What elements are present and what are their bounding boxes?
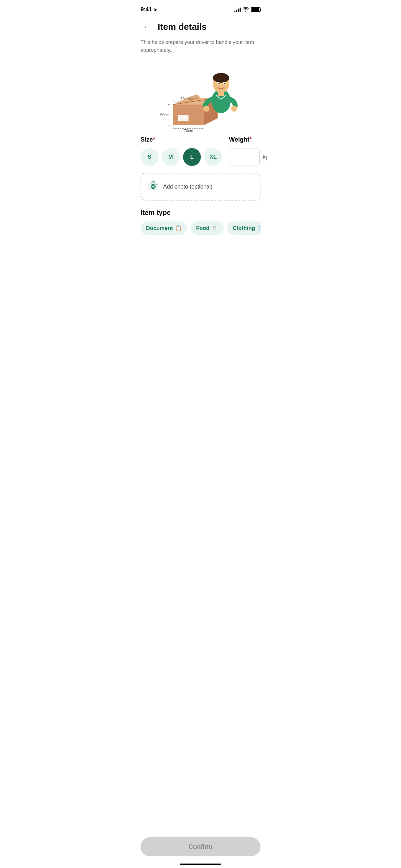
size-l-button[interactable]: L bbox=[183, 148, 201, 166]
size-options: S M L XL bbox=[141, 148, 222, 166]
photo-label: Add photo (optional) bbox=[163, 184, 212, 190]
item-type-food[interactable]: Food 🍴 bbox=[191, 221, 224, 235]
subtitle-text: This helps prepare your driver to handle… bbox=[134, 38, 267, 61]
clothing-label: Clothing bbox=[233, 225, 255, 231]
svg-point-25 bbox=[218, 83, 219, 84]
svg-rect-31 bbox=[156, 184, 157, 185]
svg-text:50cm: 50cm bbox=[160, 113, 170, 117]
wifi-icon bbox=[243, 7, 249, 13]
item-type-clothing[interactable]: Clothing 👕 bbox=[227, 221, 260, 235]
document-icon: 📋 bbox=[175, 225, 182, 231]
size-section: Size* S M L XL bbox=[141, 136, 222, 166]
camera-icon bbox=[148, 181, 158, 192]
item-type-section: Item type Document 📋 Food 🍴 Clothing 👕 E… bbox=[134, 209, 267, 243]
weight-label: Weight* bbox=[229, 136, 267, 143]
svg-text:50cm: 50cm bbox=[181, 97, 190, 101]
food-icon: 🍴 bbox=[211, 225, 218, 231]
page-title: Item details bbox=[158, 22, 207, 32]
status-time: 9:41 bbox=[141, 6, 152, 13]
back-arrow-icon: ← bbox=[143, 22, 150, 31]
item-type-scroll: Document 📋 Food 🍴 Clothing 👕 Elec ⚡ bbox=[141, 221, 260, 236]
illustration-container: 50cm 50cm 70cm bbox=[134, 61, 267, 136]
svg-rect-4 bbox=[178, 115, 189, 121]
svg-point-22 bbox=[213, 73, 229, 83]
delivery-svg: 50cm 50cm 70cm bbox=[153, 63, 248, 132]
photo-upload-button[interactable]: Add photo (optional) bbox=[141, 173, 260, 201]
size-label: Size* bbox=[141, 136, 222, 143]
status-icons bbox=[234, 7, 260, 13]
size-m-button[interactable]: M bbox=[162, 148, 180, 166]
svg-rect-27 bbox=[218, 92, 224, 96]
svg-point-26 bbox=[224, 83, 225, 84]
box-illustration: 50cm 50cm 70cm bbox=[153, 60, 248, 132]
size-xl-button[interactable]: XL bbox=[204, 148, 222, 166]
clothing-icon: 👕 bbox=[257, 225, 260, 231]
weight-input[interactable] bbox=[229, 148, 260, 166]
location-icon: ➤ bbox=[154, 7, 157, 12]
svg-point-20 bbox=[231, 106, 237, 112]
status-bar: 9:41 ➤ bbox=[134, 0, 267, 17]
size-s-button[interactable]: S bbox=[141, 148, 158, 166]
weight-unit: kg bbox=[263, 154, 267, 161]
signal-icon bbox=[234, 7, 241, 12]
food-label: Food bbox=[196, 225, 209, 231]
size-weight-row: Size* S M L XL Weight* kg bbox=[134, 136, 267, 173]
svg-text:70cm: 70cm bbox=[184, 129, 193, 132]
weight-section: Weight* kg bbox=[229, 136, 267, 166]
battery-icon bbox=[251, 7, 260, 12]
back-button[interactable]: ← bbox=[141, 21, 153, 33]
svg-point-19 bbox=[203, 106, 209, 112]
header: ← Item details bbox=[134, 17, 267, 38]
document-label: Document bbox=[146, 225, 173, 231]
weight-input-row: kg bbox=[229, 148, 267, 166]
item-type-title: Item type bbox=[141, 209, 260, 217]
item-type-document[interactable]: Document 📋 bbox=[141, 221, 187, 235]
